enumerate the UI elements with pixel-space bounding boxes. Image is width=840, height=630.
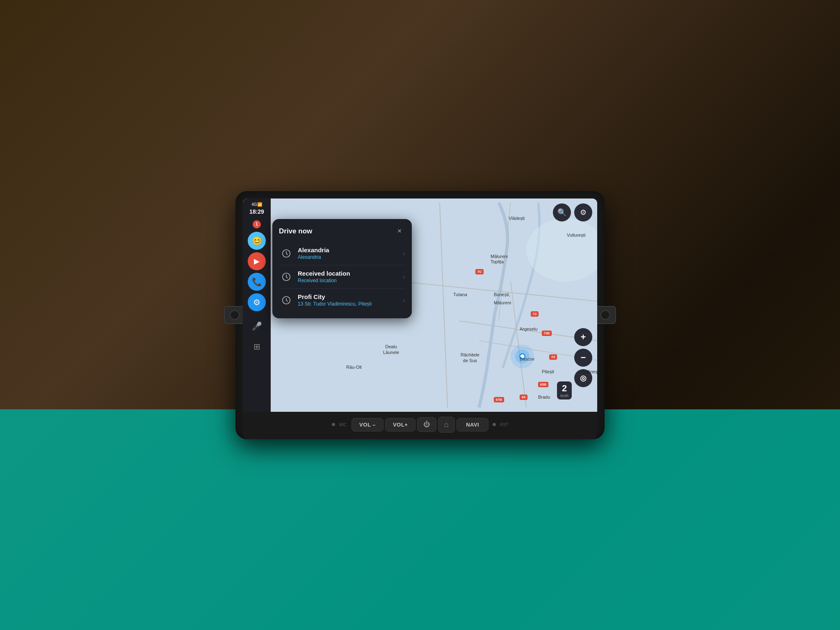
sidebar-item-youtube[interactable]: ▶ [248,252,266,270]
power-button[interactable]: ⏻ [417,417,436,432]
navi-button[interactable]: NAVI [457,418,488,431]
car-head-unit-device: Vlădești Vulturești Mălureni Toplița Tut… [235,191,605,439]
map-label-argeselu: Argeselu [520,326,537,331]
popup-item-text-received: Received location Received location [298,270,403,283]
search-icon: 🔍 [557,208,566,217]
popup-item-subtitle-received: Received location [298,278,403,283]
road-marker-67b: 67B [494,397,504,402]
home-button[interactable]: ⌂ [438,417,455,433]
road-marker-73: 73 [531,311,539,317]
map-label-vladesti: Vlădești [509,216,525,221]
popup-item-icon-profi [279,293,294,308]
mic-label: MIC [339,422,347,427]
popup-item-text-alexandria: Alexandria Alexandria [298,247,403,260]
map-search-button[interactable]: 🔍 [553,203,571,221]
speed-unit: km/h [560,394,568,398]
rst-label: RST [500,422,508,427]
phone-icon: 📞 [252,277,262,287]
road-marker-73e: 73E [542,331,552,336]
signal-indicator: 4G📶 [249,202,264,207]
map-settings-button[interactable]: ⚙ [574,203,592,221]
map-label-tutana: Tutana [453,292,467,297]
map-label-vulturesti: Vulturești [567,233,585,237]
map-label-malureni2: Mălureni [494,300,511,305]
popup-item-text-profi: Profi City 13 Str. Tudor Vladimirescu, P… [298,293,403,307]
popup-close-button[interactable]: × [394,226,405,237]
settings-icon: ⚙ [253,297,260,307]
grid-icon: ⊞ [253,342,260,352]
map-controls-right: + − ◎ [574,328,592,387]
sidebar-item-grid[interactable]: ⊞ [248,338,266,356]
map-label-bunesti: Bunești, [494,292,510,297]
popup-title: Drive now [279,227,312,235]
popup-item-icon-alexandria [279,246,294,261]
map-label-bradu: Bradu [538,395,550,399]
mic-dot [332,423,335,426]
map-label-pitesti: Pitești [542,369,554,374]
sidebar: 4G📶 18:29 1 😊 ▶ 📞 ⚙ [243,199,271,412]
mic-icon: 🎤 [252,321,262,331]
screen-area: Vlădești Vulturești Mălureni Toplița Tut… [243,199,597,439]
popup-item-subtitle-alexandria: Alexandria [298,254,403,260]
road-marker-65: 65 [520,395,527,400]
popup-item-title-received: Received location [298,270,403,277]
bottom-bar: MIC VOL – VOL+ ⏻ ⌂ NAVI RST [243,412,597,439]
youtube-icon: ▶ [254,257,260,266]
map-label-malureni: Mălureni [491,254,508,259]
popup-item-arrow-alexandria: › [403,250,405,257]
popup-item-subtitle-profi: 13 Str. Tudor Vladimirescu, Pitești [298,301,403,307]
popup-item-alexandria[interactable]: Alexandria Alexandria › [279,242,405,265]
desk-background: Vlădești Vulturești Mălureni Toplița Tut… [0,0,840,630]
popup-item-icon-received [279,269,294,284]
location-center-icon: ◎ [580,374,587,383]
mount-tab-left [224,306,245,324]
speed-value: 2 [560,383,568,394]
popup-item-title-profi: Profi City [298,293,403,300]
sidebar-item-waze[interactable]: 😊 [248,232,266,250]
road-marker-7c: 7C [475,269,484,274]
zoom-in-button[interactable]: + [574,328,592,346]
popup-item-profi-city[interactable]: Profi City 13 Str. Tudor Vladimirescu, P… [279,289,405,312]
notification-badge: 1 [253,220,261,228]
sidebar-item-phone[interactable]: 📞 [248,273,266,291]
mount-tab-right [595,306,616,324]
popup-header: Drive now × [279,226,405,237]
speed-indicator: 2 km/h [557,381,572,399]
sidebar-item-settings[interactable]: ⚙ [248,293,266,311]
control-buttons: MIC VOL – VOL+ ⏻ ⌂ NAVI RST [243,412,597,433]
popup-item-received-location[interactable]: Received location Received location › [279,265,405,289]
popup-item-arrow-profi: › [403,297,405,304]
time-display: 18:29 [249,208,264,215]
road-marker-73b: 73 [549,354,557,360]
status-bar: 4G📶 18:29 [249,202,264,215]
vol-minus-button[interactable]: VOL – [352,418,383,431]
drive-now-popup: Drive now × Alexandria [272,219,412,318]
location-center-button[interactable]: ◎ [574,369,592,387]
rst-dot [493,423,496,426]
map-controls-top: 🔍 ⚙ [553,203,592,221]
road-marker-65b: 65B [538,382,548,387]
map-label-rau-olt: Rău-Olt [346,365,362,370]
map-label-bascov: Bascov [520,356,534,361]
map-label-toplita: Toplița [491,259,504,264]
screen-display: Vlădești Vulturești Mălureni Toplița Tut… [243,199,597,412]
zoom-out-button[interactable]: − [574,349,592,367]
map-gear-icon: ⚙ [580,208,587,217]
sidebar-item-mic[interactable]: 🎤 [248,317,266,335]
popup-item-arrow-received: › [403,273,405,281]
map-label-dealu: DealuLăunele [383,344,399,356]
popup-item-title-alexandria: Alexandria [298,247,403,253]
waze-icon: 😊 [252,236,262,246]
vol-plus-button[interactable]: VOL+ [385,418,415,431]
map-label-rachitele: Răchitelede Sus [461,352,479,364]
